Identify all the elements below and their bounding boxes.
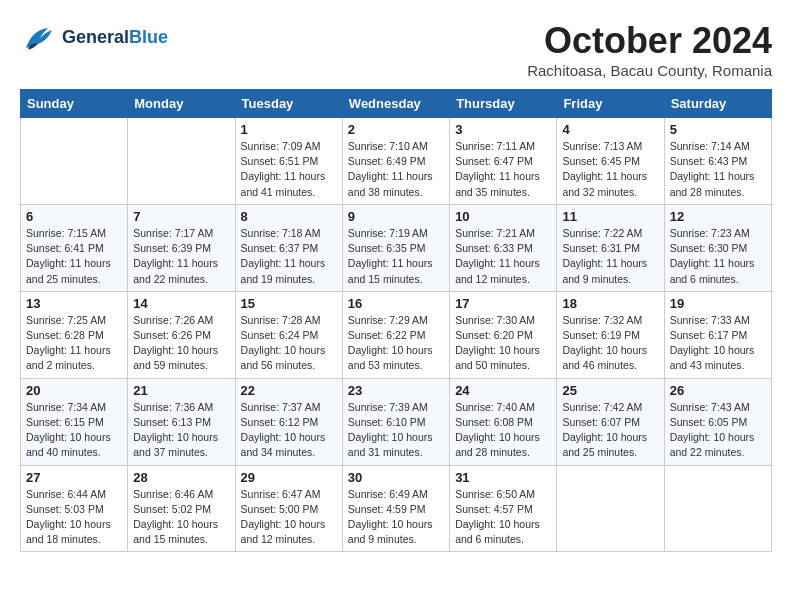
- weekday-header: Thursday: [450, 90, 557, 118]
- day-number: 2: [348, 122, 444, 137]
- day-info: Sunrise: 7:09 AM Sunset: 6:51 PM Dayligh…: [241, 139, 337, 200]
- calendar-cell: 21Sunrise: 7:36 AM Sunset: 6:13 PM Dayli…: [128, 378, 235, 465]
- calendar-cell: 10Sunrise: 7:21 AM Sunset: 6:33 PM Dayli…: [450, 204, 557, 291]
- day-info: Sunrise: 7:37 AM Sunset: 6:12 PM Dayligh…: [241, 400, 337, 461]
- day-info: Sunrise: 7:43 AM Sunset: 6:05 PM Dayligh…: [670, 400, 766, 461]
- calendar-cell: [557, 465, 664, 552]
- day-info: Sunrise: 7:34 AM Sunset: 6:15 PM Dayligh…: [26, 400, 122, 461]
- day-number: 29: [241, 470, 337, 485]
- calendar-cell: [664, 465, 771, 552]
- logo-text: GeneralBlue: [62, 28, 168, 48]
- day-number: 12: [670, 209, 766, 224]
- day-number: 23: [348, 383, 444, 398]
- day-info: Sunrise: 7:29 AM Sunset: 6:22 PM Dayligh…: [348, 313, 444, 374]
- day-number: 5: [670, 122, 766, 137]
- day-number: 13: [26, 296, 122, 311]
- day-number: 26: [670, 383, 766, 398]
- calendar-week-row: 20Sunrise: 7:34 AM Sunset: 6:15 PM Dayli…: [21, 378, 772, 465]
- weekday-header-row: SundayMondayTuesdayWednesdayThursdayFrid…: [21, 90, 772, 118]
- day-info: Sunrise: 6:47 AM Sunset: 5:00 PM Dayligh…: [241, 487, 337, 548]
- weekday-header: Tuesday: [235, 90, 342, 118]
- calendar-cell: 1Sunrise: 7:09 AM Sunset: 6:51 PM Daylig…: [235, 118, 342, 205]
- calendar-cell: 9Sunrise: 7:19 AM Sunset: 6:35 PM Daylig…: [342, 204, 449, 291]
- day-info: Sunrise: 6:46 AM Sunset: 5:02 PM Dayligh…: [133, 487, 229, 548]
- day-info: Sunrise: 6:49 AM Sunset: 4:59 PM Dayligh…: [348, 487, 444, 548]
- day-number: 9: [348, 209, 444, 224]
- day-info: Sunrise: 7:18 AM Sunset: 6:37 PM Dayligh…: [241, 226, 337, 287]
- calendar-cell: 22Sunrise: 7:37 AM Sunset: 6:12 PM Dayli…: [235, 378, 342, 465]
- day-info: Sunrise: 7:13 AM Sunset: 6:45 PM Dayligh…: [562, 139, 658, 200]
- day-info: Sunrise: 7:10 AM Sunset: 6:49 PM Dayligh…: [348, 139, 444, 200]
- calendar-cell: 30Sunrise: 6:49 AM Sunset: 4:59 PM Dayli…: [342, 465, 449, 552]
- calendar-cell: 17Sunrise: 7:30 AM Sunset: 6:20 PM Dayli…: [450, 291, 557, 378]
- calendar-cell: 25Sunrise: 7:42 AM Sunset: 6:07 PM Dayli…: [557, 378, 664, 465]
- calendar-cell: 19Sunrise: 7:33 AM Sunset: 6:17 PM Dayli…: [664, 291, 771, 378]
- day-number: 27: [26, 470, 122, 485]
- page-header: GeneralBlue October 2024 Rachitoasa, Bac…: [20, 20, 772, 79]
- day-info: Sunrise: 6:44 AM Sunset: 5:03 PM Dayligh…: [26, 487, 122, 548]
- day-number: 24: [455, 383, 551, 398]
- day-info: Sunrise: 7:19 AM Sunset: 6:35 PM Dayligh…: [348, 226, 444, 287]
- day-info: Sunrise: 7:11 AM Sunset: 6:47 PM Dayligh…: [455, 139, 551, 200]
- day-number: 14: [133, 296, 229, 311]
- day-number: 1: [241, 122, 337, 137]
- day-number: 20: [26, 383, 122, 398]
- day-number: 18: [562, 296, 658, 311]
- day-number: 8: [241, 209, 337, 224]
- calendar-cell: 28Sunrise: 6:46 AM Sunset: 5:02 PM Dayli…: [128, 465, 235, 552]
- calendar-table: SundayMondayTuesdayWednesdayThursdayFrid…: [20, 89, 772, 552]
- day-number: 25: [562, 383, 658, 398]
- calendar-week-row: 1Sunrise: 7:09 AM Sunset: 6:51 PM Daylig…: [21, 118, 772, 205]
- calendar-cell: 13Sunrise: 7:25 AM Sunset: 6:28 PM Dayli…: [21, 291, 128, 378]
- weekday-header: Friday: [557, 90, 664, 118]
- calendar-cell: 14Sunrise: 7:26 AM Sunset: 6:26 PM Dayli…: [128, 291, 235, 378]
- day-number: 19: [670, 296, 766, 311]
- day-info: Sunrise: 6:50 AM Sunset: 4:57 PM Dayligh…: [455, 487, 551, 548]
- day-number: 11: [562, 209, 658, 224]
- day-info: Sunrise: 7:22 AM Sunset: 6:31 PM Dayligh…: [562, 226, 658, 287]
- day-info: Sunrise: 7:32 AM Sunset: 6:19 PM Dayligh…: [562, 313, 658, 374]
- calendar-cell: 6Sunrise: 7:15 AM Sunset: 6:41 PM Daylig…: [21, 204, 128, 291]
- day-number: 7: [133, 209, 229, 224]
- title-area: October 2024 Rachitoasa, Bacau County, R…: [527, 20, 772, 79]
- calendar-week-row: 27Sunrise: 6:44 AM Sunset: 5:03 PM Dayli…: [21, 465, 772, 552]
- calendar-week-row: 6Sunrise: 7:15 AM Sunset: 6:41 PM Daylig…: [21, 204, 772, 291]
- calendar-cell: 26Sunrise: 7:43 AM Sunset: 6:05 PM Dayli…: [664, 378, 771, 465]
- day-info: Sunrise: 7:14 AM Sunset: 6:43 PM Dayligh…: [670, 139, 766, 200]
- logo-icon: [20, 20, 56, 56]
- logo: GeneralBlue: [20, 20, 168, 56]
- calendar-cell: 29Sunrise: 6:47 AM Sunset: 5:00 PM Dayli…: [235, 465, 342, 552]
- day-info: Sunrise: 7:33 AM Sunset: 6:17 PM Dayligh…: [670, 313, 766, 374]
- day-number: 30: [348, 470, 444, 485]
- weekday-header: Sunday: [21, 90, 128, 118]
- calendar-cell: 18Sunrise: 7:32 AM Sunset: 6:19 PM Dayli…: [557, 291, 664, 378]
- day-number: 28: [133, 470, 229, 485]
- day-info: Sunrise: 7:30 AM Sunset: 6:20 PM Dayligh…: [455, 313, 551, 374]
- day-info: Sunrise: 7:17 AM Sunset: 6:39 PM Dayligh…: [133, 226, 229, 287]
- calendar-cell: [128, 118, 235, 205]
- day-info: Sunrise: 7:40 AM Sunset: 6:08 PM Dayligh…: [455, 400, 551, 461]
- day-number: 15: [241, 296, 337, 311]
- month-title: October 2024: [527, 20, 772, 62]
- calendar-cell: 23Sunrise: 7:39 AM Sunset: 6:10 PM Dayli…: [342, 378, 449, 465]
- calendar-cell: 7Sunrise: 7:17 AM Sunset: 6:39 PM Daylig…: [128, 204, 235, 291]
- calendar-cell: 20Sunrise: 7:34 AM Sunset: 6:15 PM Dayli…: [21, 378, 128, 465]
- weekday-header: Monday: [128, 90, 235, 118]
- calendar-cell: 4Sunrise: 7:13 AM Sunset: 6:45 PM Daylig…: [557, 118, 664, 205]
- calendar-cell: 8Sunrise: 7:18 AM Sunset: 6:37 PM Daylig…: [235, 204, 342, 291]
- calendar-cell: 11Sunrise: 7:22 AM Sunset: 6:31 PM Dayli…: [557, 204, 664, 291]
- day-number: 6: [26, 209, 122, 224]
- day-info: Sunrise: 7:28 AM Sunset: 6:24 PM Dayligh…: [241, 313, 337, 374]
- weekday-header: Saturday: [664, 90, 771, 118]
- day-info: Sunrise: 7:42 AM Sunset: 6:07 PM Dayligh…: [562, 400, 658, 461]
- day-info: Sunrise: 7:23 AM Sunset: 6:30 PM Dayligh…: [670, 226, 766, 287]
- day-number: 17: [455, 296, 551, 311]
- calendar-cell: 15Sunrise: 7:28 AM Sunset: 6:24 PM Dayli…: [235, 291, 342, 378]
- day-info: Sunrise: 7:15 AM Sunset: 6:41 PM Dayligh…: [26, 226, 122, 287]
- day-info: Sunrise: 7:25 AM Sunset: 6:28 PM Dayligh…: [26, 313, 122, 374]
- day-number: 22: [241, 383, 337, 398]
- day-number: 10: [455, 209, 551, 224]
- day-number: 16: [348, 296, 444, 311]
- day-number: 31: [455, 470, 551, 485]
- day-info: Sunrise: 7:39 AM Sunset: 6:10 PM Dayligh…: [348, 400, 444, 461]
